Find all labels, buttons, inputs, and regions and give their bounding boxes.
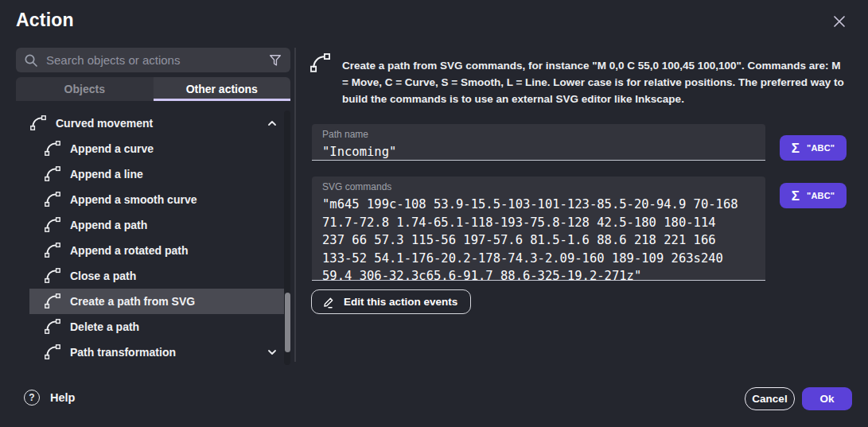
cancel-button[interactable]: Cancel [745, 387, 795, 410]
action-list-item[interactable]: Curved movement [29, 111, 285, 136]
tab-other-actions[interactable]: Other actions [154, 77, 291, 101]
curve-path-icon [44, 293, 61, 310]
edit-action-events-label: Edit this action events [344, 296, 457, 308]
action-list-item[interactable]: Close a path [29, 263, 285, 289]
action-list-item[interactable]: Append a rotated path [29, 238, 285, 263]
action-list-item-label: Delete a path [70, 320, 139, 333]
action-list-item-label: Path transformation [70, 346, 176, 359]
svg-commands-field[interactable]: SVG commands "m645 199c-108 53.9-15.5-10… [312, 177, 765, 281]
chevron-down-icon [266, 346, 278, 359]
help-label: Help [50, 391, 75, 404]
action-list-item[interactable]: Path transformation [29, 340, 285, 365]
tab-bar: Objects Other actions [16, 77, 290, 101]
action-list-item-label: Append a smooth curve [70, 193, 197, 206]
action-list-item[interactable]: Create a path from SVG [29, 289, 285, 314]
svg-commands-label: SVG commands [322, 181, 755, 193]
abc-label: "ABC" [807, 143, 835, 153]
panel-divider [294, 48, 296, 362]
expression-builder-button-svg-commands[interactable]: Σ "ABC" [780, 183, 847, 208]
curve-path-icon [44, 165, 61, 183]
abc-label: "ABC" [807, 191, 835, 200]
action-list-item[interactable]: Append a path [29, 212, 285, 238]
curve-path-icon [44, 318, 61, 336]
curve-path-icon [29, 115, 47, 132]
filter-icon[interactable] [268, 53, 282, 68]
action-list-item-label: Close a path [70, 270, 136, 282]
sigma-icon: Σ [792, 189, 800, 203]
curve-path-icon [44, 242, 61, 259]
search-input[interactable]: Search objects or actions [16, 48, 290, 72]
action-list-item-label: Append a curve [70, 142, 154, 155]
close-icon[interactable] [830, 12, 849, 31]
action-list-item-label: Append a path [70, 219, 147, 231]
curve-path-icon [44, 267, 61, 285]
curve-path-icon [44, 344, 61, 361]
svg-commands-value[interactable]: "m645 199c-108 53.9-15.5-103-101-123-85.… [322, 196, 755, 285]
action-list-item[interactable]: Delete a path [29, 314, 285, 340]
curve-path-icon [44, 216, 61, 234]
action-dialog: Action Search objects or actions Objects… [0, 0, 868, 427]
curve-path-icon [309, 52, 331, 74]
path-name-value[interactable]: "Incoming" [322, 143, 755, 161]
action-list-item-label: Append a rotated path [70, 244, 189, 257]
action-list-item-label: Append a line [70, 168, 143, 181]
search-placeholder: Search objects or actions [46, 53, 268, 67]
pencil-icon [321, 295, 336, 309]
action-list-item[interactable]: Append a smooth curve [29, 187, 285, 212]
action-list-item-label: Curved movement [56, 117, 153, 130]
action-list-item[interactable]: Append a line [29, 161, 285, 187]
tab-objects[interactable]: Objects [16, 77, 154, 101]
expression-builder-button-path-name[interactable]: Σ "ABC" [780, 135, 847, 161]
list-scrollbar-thumb[interactable] [285, 293, 290, 352]
dialog-title: Action [16, 10, 74, 31]
sigma-icon: Σ [792, 142, 800, 155]
action-description: Create a path from SVG commands, for ins… [342, 57, 850, 107]
curve-path-icon [44, 191, 61, 208]
chevron-up-icon [266, 117, 278, 130]
path-name-label: Path name [322, 129, 755, 141]
search-icon [24, 53, 38, 68]
ok-button[interactable]: Ok [802, 387, 852, 410]
help-icon: ? [24, 390, 40, 406]
close-icon-glyph [831, 14, 847, 29]
curve-path-icon [44, 140, 61, 157]
path-name-field[interactable]: Path name "Incoming" [312, 124, 765, 161]
actions-list: Curved movementAppend a curveAppend a li… [29, 111, 285, 365]
list-scrollbar-track[interactable] [284, 111, 290, 365]
action-list-item[interactable]: Append a curve [29, 136, 285, 161]
action-list-item-label: Create a path from SVG [70, 295, 195, 308]
help-button[interactable]: ? Help [24, 390, 75, 406]
edit-action-events-button[interactable]: Edit this action events [311, 289, 471, 314]
